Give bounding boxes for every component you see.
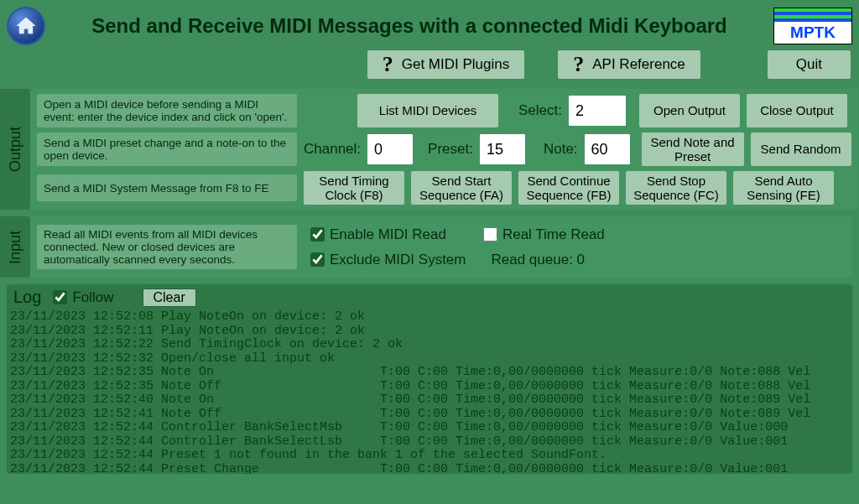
checkbox-label: Real Time Read xyxy=(502,226,605,243)
row-description: Send a MIDI System Message from F8 to FE xyxy=(37,174,297,201)
page-title: Send and Receive MIDI Messages with a co… xyxy=(45,14,773,38)
api-reference-button[interactable]: ? API Reference xyxy=(558,50,700,79)
log-panel: Log Follow Clear 23/11/2023 12:52:08 Pla… xyxy=(7,284,852,474)
exclude-midi-system-checkbox[interactable] xyxy=(310,252,325,267)
enable-midi-read-field[interactable]: Enable MIDI Read xyxy=(310,226,446,243)
channel-input[interactable] xyxy=(367,134,413,164)
top-buttons: ? Get MIDI Plugins ? API Reference Quit xyxy=(0,49,859,86)
output-row-send: Send a MIDI preset change and a note-on … xyxy=(37,132,851,166)
row-description: Open a MIDI device before sending a MIDI… xyxy=(37,94,297,127)
checkbox-label: Exclude MIDI System xyxy=(330,252,466,268)
quit-button[interactable]: Quit xyxy=(768,50,851,79)
button-label: API Reference xyxy=(592,56,685,73)
row-description: Read all MIDI events from all MIDI devic… xyxy=(37,225,297,269)
get-midi-plugins-button[interactable]: ? Get MIDI Plugins xyxy=(367,50,525,79)
follow-checkbox[interactable] xyxy=(53,290,67,304)
input-section: Input Read all MIDI events from all MIDI… xyxy=(0,213,859,281)
input-panel: Read all MIDI events from all MIDI devic… xyxy=(30,216,852,278)
follow-field[interactable]: Follow xyxy=(53,289,113,306)
logo-text: MPTK xyxy=(774,22,851,44)
send-continue-sequence-button[interactable]: Send Continue Sequence (FB) xyxy=(518,171,619,205)
home-button[interactable] xyxy=(7,7,45,45)
log-body[interactable]: 23/11/2023 12:52:08 Play NoteOn on devic… xyxy=(7,310,852,474)
logo-stripes xyxy=(774,8,851,22)
send-auto-sensing-button[interactable]: Send Auto Sensing (FE) xyxy=(733,171,834,205)
output-panel-label: Output xyxy=(0,89,30,210)
question-icon: ? xyxy=(573,52,584,77)
question-icon: ? xyxy=(383,52,393,77)
output-section: Output Open a MIDI device before sending… xyxy=(0,86,859,213)
list-midi-devices-button[interactable]: List MIDI Devices xyxy=(357,94,498,127)
log-header: Log Follow Clear xyxy=(7,284,852,310)
send-random-button[interactable]: Send Random xyxy=(751,132,851,166)
output-row-open: Open a MIDI device before sending a MIDI… xyxy=(37,94,851,127)
button-label: Get MIDI Plugins xyxy=(402,56,510,73)
note-label: Note: xyxy=(544,141,578,158)
output-panel: Open a MIDI device before sending a MIDI… xyxy=(30,89,858,210)
exclude-midi-system-field[interactable]: Exclude MIDI System xyxy=(310,252,466,268)
real-time-read-field[interactable]: Real Time Read xyxy=(483,226,605,243)
input-panel-label: Input xyxy=(0,216,30,278)
note-input[interactable] xyxy=(585,134,630,164)
open-output-button[interactable]: Open Output xyxy=(639,94,740,127)
preset-input[interactable] xyxy=(480,134,525,164)
channel-label: Channel: xyxy=(304,141,361,158)
checkbox-label: Follow xyxy=(72,289,113,306)
send-stop-sequence-button[interactable]: Send Stop Sequence (FC) xyxy=(626,171,726,205)
header: Send and Receive MIDI Messages with a co… xyxy=(0,0,859,49)
real-time-read-checkbox[interactable] xyxy=(483,227,497,242)
send-timing-clock-button[interactable]: Send Timing Clock (F8) xyxy=(304,171,404,205)
row-description: Send a MIDI preset change and a note-on … xyxy=(37,132,297,166)
send-start-sequence-button[interactable]: Send Start Sequence (FA) xyxy=(411,171,512,205)
preset-label: Preset: xyxy=(428,141,473,158)
checkbox-label: Enable MIDI Read xyxy=(330,226,446,243)
select-input[interactable] xyxy=(569,96,626,126)
logo: MPTK xyxy=(773,8,852,44)
select-label: Select: xyxy=(518,102,562,119)
output-row-system: Send a MIDI System Message from F8 to FE… xyxy=(37,171,851,205)
send-note-preset-button[interactable]: Send Note and Preset xyxy=(642,132,744,166)
home-icon xyxy=(14,14,38,38)
clear-button[interactable]: Clear xyxy=(143,288,196,307)
enable-midi-read-checkbox[interactable] xyxy=(310,227,325,242)
input-row: Read all MIDI events from all MIDI devic… xyxy=(37,225,846,269)
read-queue-label: Read queue: 0 xyxy=(492,252,586,268)
log-title: Log xyxy=(13,288,41,307)
close-output-button[interactable]: Close Output xyxy=(747,94,847,127)
